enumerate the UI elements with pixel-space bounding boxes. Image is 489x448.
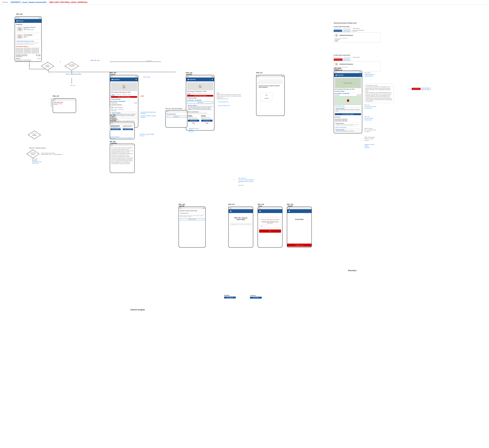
pro019-flow-annotation: PRO_019 <box>239 185 244 186</box>
property-update-1: Update 2/18 <box>24 28 35 29</box>
go-to-suburb-insights-btn[interactable]: Go to Suburb Insights <box>335 113 361 115</box>
svg-text:Asset folder: Asset folder <box>30 152 36 153</box>
renewal-due-btn[interactable]: Renewal Due <box>334 58 342 61</box>
tab-services-pro015[interactable]: Services <box>127 94 132 95</box>
saved-prop-2[interactable] <box>24 48 31 54</box>
view-policy-pro015[interactable]: View Policy <box>111 110 137 111</box>
prd007-label: PRD_007 - Products Carousel <box>29 147 46 149</box>
saved-prop-3[interactable] <box>32 48 39 54</box>
policy-number-pro015: Policy Number: 000000000x <box>111 109 137 110</box>
aam6-pro016-note: AAM6AAM6 is about to be changed via the … <box>217 92 243 100</box>
status-bar-pro007: 9:41 <box>53 99 76 101</box>
contents-get-quote-2[interactable]: GET A QUOTE <box>123 128 133 130</box>
info-btn[interactable]: Info <box>421 88 425 90</box>
company-name: Suncorp <box>2 1 8 3</box>
view-policy-active[interactable]: View Policy <box>335 39 380 40</box>
flow-n-label: N <box>239 182 239 183</box>
property-feature-text: This function or description demonstrate… <box>336 124 360 126</box>
property-type-row: Property Type House <box>111 102 137 104</box>
property-address-1: 23 Green St, Windsor <box>24 27 35 28</box>
education-section: Education <box>335 116 361 118</box>
insurance-name-active: Contents Insurance <box>339 34 353 36</box>
contents-desc: AAM6 is about to be charged via a premiu… <box>201 117 213 119</box>
folder-item[interactable]: Properties Folder <box>180 212 204 215</box>
deeplink-sub015: Deeplink to Suburb InsightsPEX_014 <box>140 133 154 137</box>
property-feature: Property Feature This function or descri… <box>335 122 361 126</box>
property-item-1[interactable]: 🏠 23 Green St, Windsor Update 2/18 AAM6 … <box>16 26 41 32</box>
ownership-badge-pro015[interactable]: I Own or Rent this Property <box>111 96 137 98</box>
insurance-card-header-renewal: 🏠 Contents Insurance <box>335 62 380 66</box>
articles-section: Articles View All <box>16 58 41 62</box>
tab-home-pro017n[interactable]: ⌂ <box>237 224 244 225</box>
view-policy-renewal[interactable]: View Policy <box>335 68 380 69</box>
suncorp-card-section-label: Suncorp Insurance Product card <box>334 22 356 24</box>
more-btn[interactable]: More <box>426 88 430 90</box>
contents-quote: ContentsInsurance AAM6 is about to be ch… <box>201 114 213 122</box>
nav-bar-pro017n: ◀ <box>229 209 253 213</box>
pro007-device: 9:41 Start claim journey Move from one p… <box>53 98 76 113</box>
view-status-btn[interactable]: View Status <box>342 30 351 32</box>
building-get-quote-det[interactable]: GET QUOTE <box>224 296 236 298</box>
ownership-badge-pro016[interactable]: I Own or Rent this Property <box>187 95 213 96</box>
add-from-photos-btn[interactable]: Add from Photos <box>180 218 204 220</box>
flow-y-top: Y <box>79 73 80 74</box>
aam6-blocks: Building Insurance AAM6 is a building in… <box>110 125 134 131</box>
error-ok-btn[interactable]: OK <box>259 230 281 233</box>
articles-viewall[interactable]: View All <box>37 58 41 59</box>
tab-square-pro017n[interactable]: □ <box>244 224 252 225</box>
tab-rewards-pro015[interactable]: Rewards <box>122 94 127 95</box>
saved-props-row <box>16 48 41 54</box>
tab-rewards-pro016[interactable]: Rewards <box>197 92 202 94</box>
tab-digital-pro016[interactable]: Digital Safe <box>191 92 197 94</box>
tab-digital-pro015[interactable]: Digital Safe <box>115 94 122 95</box>
add-photos-doc001[interactable]: Add Photos <box>167 116 186 118</box>
active-claim-card: PRO_012.01 PRO_012.01 Claim details Acti… <box>334 28 381 43</box>
nav-right-pro016: ⭐ <box>212 79 213 80</box>
status-bar-pro015: 9:41 ●●● <box>110 75 138 78</box>
contents-label: ContentsInsurance <box>201 115 213 117</box>
tab-services-pro016[interactable]: Services <box>202 92 207 94</box>
nav-fav-pex007b[interactable]: ♥ <box>360 74 361 76</box>
tab-home-pro016[interactable]: Home <box>187 92 191 94</box>
tab-bar-pro017n: ◀ ⌂ □ <box>230 223 252 225</box>
nav-bar-pex007b: ◀ Properties ♥ <box>334 73 362 77</box>
status-bar-pro019: 9:41 <box>287 207 311 209</box>
school-name-value: School Name <box>342 119 348 120</box>
aam6-building-block: Building Insurance AAM6 is a building in… <box>110 125 122 131</box>
error-ok-input[interactable] <box>261 225 279 227</box>
saved-prop-1[interactable] <box>16 48 23 54</box>
pro007-title: Start claim journey <box>54 102 75 103</box>
building-get-quote-2[interactable]: *GET A QUOTE <box>111 128 121 130</box>
active-claim-btn[interactable]: Active Claim <box>334 30 342 32</box>
pro018-flow-label: PRO_018 - Error <box>91 60 100 61</box>
native-web-annotation: Native web-wrapperAEM for PropertyServic… <box>364 136 375 141</box>
renewal-due-btn-2[interactable]: Renewal Due <box>412 88 421 90</box>
tab-home-pro015[interactable]: Home <box>111 94 115 95</box>
browse-text-pro016: Suncorp Network Services provide amazing <box>187 112 213 113</box>
doc001-device: 9:41 Document Storage Add Photos <box>165 110 187 128</box>
view-nearby-schools[interactable]: View Nearby Schools <box>335 105 361 106</box>
location-property-feature[interactable]: Location Property feature <box>335 127 361 128</box>
tab-back-pro017n[interactable]: ◀ <box>230 224 237 225</box>
properties-list-screen: Properties 🏠 23 Green St, Windsor Update… <box>15 23 41 62</box>
add-photos-btn[interactable]: Add Photos <box>187 102 213 104</box>
doc-title: PROPERTY_Asset_Details-Android-001 <box>11 1 46 3</box>
disclaimer-box-pex007b: e.g. Disclaimer for VictoriaThe CoreLogi… <box>364 84 394 103</box>
more-info-btn[interactable]: More Info <box>343 58 350 61</box>
dis001-screen: The CoreLogic Data provided in this publ… <box>110 146 134 165</box>
contents-get-quote[interactable]: GET A QUOTE <box>201 120 213 122</box>
loading-spinner <box>265 95 268 97</box>
add-property-btn[interactable]: + Add another Property or Policy <box>16 40 41 42</box>
property-item-2[interactable]: 🏠 311 Koln Bridge Surrey 2/2017 AAM6 <box>16 33 41 40</box>
building-get-quote[interactable]: GET A QUOTE <box>188 120 199 122</box>
contents-get-quote-det[interactable]: GET QUOTE <box>250 297 262 299</box>
pro017n-screen: PRO_015 - DerivedAsset Detail ◀ ⌂ □ <box>229 213 253 226</box>
nav-bar-pro015: ◀ Properties ⭐ <box>110 78 138 81</box>
pro010-04: PRO_010.04 <box>344 57 351 58</box>
svg-text:PRO_018: PRO_018 <box>146 60 152 61</box>
pro016-screen: 🏠 101 George St, Doncaster, Vic 3108 Hom… <box>186 81 214 125</box>
aam6-active: AAM6 <box>335 40 380 41</box>
active-claim-btn-row: Active Claim View Status POD_001 (Loadin… <box>334 30 381 32</box>
disclaimer-full-text: The CoreLogic Data provided in this publ… <box>111 147 133 164</box>
pro017-network-device: 9:41 ◀ PRO_015 - DerivedAsset Detail ◀ ⌂… <box>228 207 253 248</box>
